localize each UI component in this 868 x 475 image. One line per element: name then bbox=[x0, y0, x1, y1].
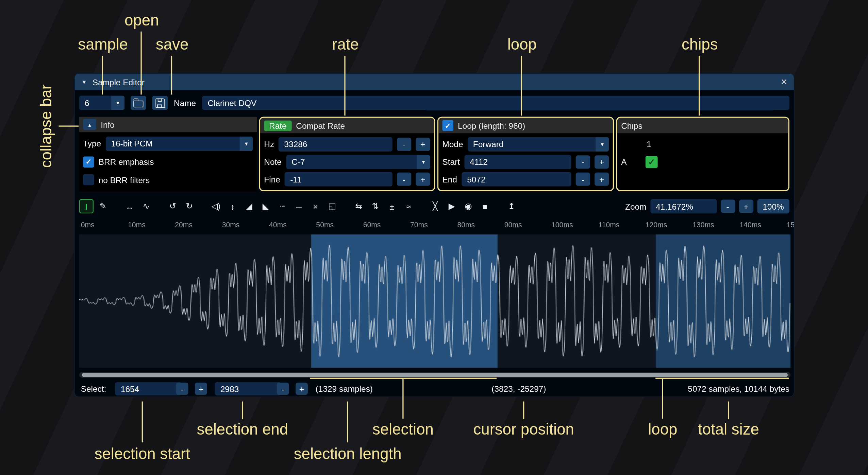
resample-icon[interactable]: ∿ bbox=[139, 199, 153, 213]
annotation-rate: rate bbox=[332, 36, 359, 54]
zoom-out-button[interactable]: - bbox=[721, 200, 735, 213]
loop-checkbox[interactable]: ✓ bbox=[442, 120, 453, 131]
waveform-canvas[interactable] bbox=[79, 234, 790, 368]
titlebar[interactable]: ▼ Sample Editor × bbox=[75, 73, 794, 90]
timeline-label: 90ms bbox=[504, 221, 522, 229]
mode-label: Mode bbox=[442, 140, 463, 149]
stage: ▼ Sample Editor × 6 ▼ Name Clarinet DQV … bbox=[0, 0, 868, 475]
zoom-input[interactable]: 41.1672% bbox=[650, 199, 717, 213]
preview-icon[interactable]: ▶ bbox=[445, 199, 459, 213]
edit-select-icon[interactable]: I bbox=[79, 199, 94, 213]
selection-start-input[interactable]: 1654 bbox=[115, 382, 182, 395]
loop-end-input[interactable]: 5072 bbox=[462, 172, 571, 187]
annotation-line-total-size bbox=[728, 402, 729, 419]
sample-selector[interactable]: 6 ▼ bbox=[79, 96, 124, 110]
annotation-total-size: total size bbox=[698, 421, 759, 439]
name-input[interactable]: Clarinet DQV bbox=[202, 96, 789, 110]
zoom-label: Zoom bbox=[625, 201, 646, 211]
note-label: Note bbox=[264, 157, 282, 166]
fine-decrement-button[interactable]: - bbox=[397, 173, 411, 186]
chevron-down-icon[interactable]: ▼ bbox=[596, 137, 609, 151]
type-dropdown[interactable]: 16-bit PCM ▼ bbox=[105, 137, 253, 151]
open-button[interactable] bbox=[131, 96, 146, 110]
chevron-down-icon[interactable]: ▼ bbox=[417, 155, 430, 169]
invert-icon[interactable]: ⇅ bbox=[368, 199, 382, 213]
timeline-label: 10ms bbox=[128, 221, 146, 229]
timeline-ruler: 0ms10ms20ms30ms40ms50ms60ms70ms80ms90ms1… bbox=[79, 219, 794, 231]
trim-icon[interactable]: ◱ bbox=[325, 199, 339, 213]
save-button[interactable] bbox=[152, 96, 168, 110]
selection-start-increment-button[interactable]: + bbox=[195, 383, 207, 395]
apply-silence-icon[interactable]: ─ bbox=[292, 199, 306, 213]
loop-end-increment-button[interactable]: + bbox=[595, 173, 609, 186]
resize-icon[interactable]: ↔ bbox=[122, 199, 137, 213]
selection-end-increment-button[interactable]: + bbox=[296, 383, 308, 395]
note-dropdown[interactable]: C-7 ▼ bbox=[286, 155, 430, 169]
collapse-bar-button[interactable]: ▴ bbox=[83, 119, 96, 130]
fine-input[interactable]: -11 bbox=[285, 172, 393, 187]
loop-start-increment-button[interactable]: + bbox=[595, 155, 609, 169]
delete-icon[interactable]: × bbox=[308, 199, 323, 213]
loop-panel: ✓ Loop (length: 960) Mode Forward ▼ Star… bbox=[437, 117, 614, 191]
filter-icon[interactable]: ≈ bbox=[401, 199, 416, 213]
hz-input[interactable]: 33286 bbox=[279, 137, 393, 151]
brr-emphasis-checkbox[interactable]: ✓ bbox=[83, 156, 94, 168]
loop-end-label: End bbox=[442, 175, 457, 184]
timeline-label: 140ms bbox=[739, 221, 761, 229]
info-panel: ▴ Info Type 16-bit PCM ▼ ✓ BRR emphasis bbox=[79, 117, 257, 191]
insert-silence-icon[interactable]: ┄ bbox=[275, 199, 289, 213]
timeline-label: 130ms bbox=[692, 221, 714, 229]
status-row: Select: 1654 - + 2983 - + (1329 samples)… bbox=[79, 381, 789, 397]
redo-icon[interactable]: ↻ bbox=[182, 199, 196, 213]
hz-label: Hz bbox=[264, 140, 274, 149]
sample-row: 6 ▼ Name Clarinet DQV bbox=[75, 90, 794, 116]
scrollbar-thumb[interactable] bbox=[82, 373, 788, 377]
fine-label: Fine bbox=[264, 175, 280, 184]
save-icon bbox=[155, 98, 165, 108]
check-icon: ✓ bbox=[445, 121, 451, 129]
play-icon[interactable]: ◉ bbox=[461, 199, 475, 213]
selection-end-input[interactable]: 2983 bbox=[215, 382, 281, 395]
amplify-icon[interactable]: ◁) bbox=[209, 199, 223, 213]
waveform-scrollbar[interactable] bbox=[79, 372, 790, 377]
timeline-label: 30ms bbox=[222, 221, 240, 229]
close-icon[interactable]: × bbox=[781, 76, 787, 88]
crossfade-icon[interactable]: ╳ bbox=[428, 199, 442, 213]
timeline-label: 80ms bbox=[457, 221, 475, 229]
normalize-icon[interactable]: ↕ bbox=[225, 199, 239, 213]
fade-in-icon[interactable]: ◢ bbox=[242, 199, 256, 213]
tab-compat-rate[interactable]: Compat Rate bbox=[296, 121, 345, 130]
selection-start-decrement-button[interactable]: - bbox=[176, 383, 188, 395]
sign-icon[interactable]: ± bbox=[385, 199, 399, 213]
chevron-down-icon[interactable]: ▼ bbox=[240, 137, 253, 151]
hz-decrement-button[interactable]: - bbox=[397, 138, 411, 151]
zoom-reset-button[interactable]: 100% bbox=[757, 199, 789, 213]
info-panel-title: Info bbox=[101, 120, 115, 129]
loop-mode-dropdown[interactable]: Forward ▼ bbox=[468, 137, 609, 151]
tab-rate[interactable]: Rate bbox=[264, 120, 291, 131]
loop-panel-header: ✓ Loop (length: 960) bbox=[438, 118, 613, 134]
zoom-in-button[interactable]: + bbox=[739, 200, 753, 213]
loop-start-input[interactable]: 4112 bbox=[464, 155, 571, 169]
chevron-down-icon[interactable]: ▼ bbox=[111, 96, 124, 110]
selection-length-text: (1329 samples) bbox=[316, 384, 373, 393]
annotation-line-cursor-position bbox=[523, 402, 524, 419]
selection-end-decrement-button[interactable]: - bbox=[277, 383, 289, 395]
loop-end-decrement-button[interactable]: - bbox=[576, 173, 590, 186]
chevron-up-icon: ▴ bbox=[88, 121, 91, 127]
no-brr-filters-checkbox[interactable] bbox=[83, 174, 94, 186]
chip-enable-checkbox[interactable]: ✓ bbox=[646, 156, 658, 168]
import-icon[interactable]: ↥ bbox=[504, 199, 519, 213]
annotation-line-selection-length bbox=[347, 402, 348, 442]
window-collapse-icon[interactable]: ▼ bbox=[81, 79, 87, 85]
reverse-icon[interactable]: ⇆ bbox=[352, 199, 366, 213]
fade-out-icon[interactable]: ◣ bbox=[258, 199, 273, 213]
loop-start-decrement-button[interactable]: - bbox=[576, 155, 590, 169]
fine-increment-button[interactable]: + bbox=[416, 173, 430, 186]
edit-draw-icon[interactable]: ✎ bbox=[96, 199, 110, 213]
chips-panel: Chips 1 A ✓ bbox=[616, 117, 789, 191]
undo-icon[interactable]: ↺ bbox=[166, 199, 180, 213]
stop-icon[interactable]: ■ bbox=[478, 199, 492, 213]
hz-increment-button[interactable]: + bbox=[416, 138, 430, 151]
check-icon: ✓ bbox=[648, 157, 655, 166]
